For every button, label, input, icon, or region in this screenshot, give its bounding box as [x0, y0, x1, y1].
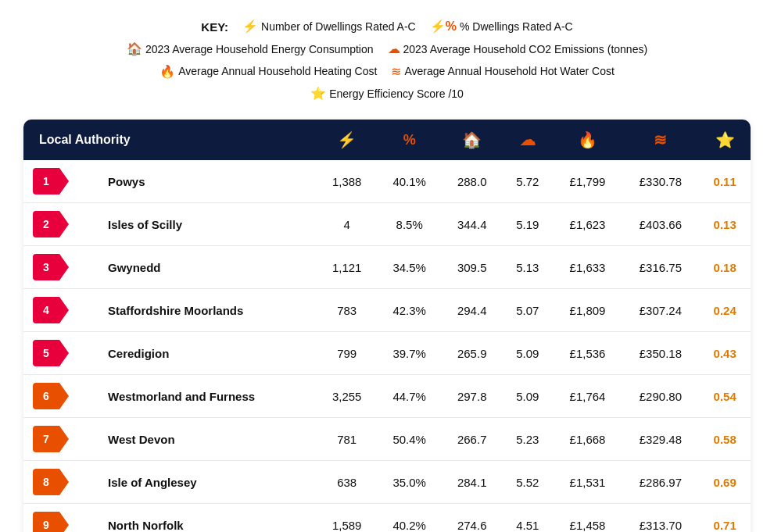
rank-arrow	[59, 469, 69, 495]
header-authority: Local Authority	[23, 120, 317, 160]
co2-value: 5.09	[502, 375, 554, 418]
score-value: 0.43	[699, 332, 751, 375]
water-icon: ≋	[391, 61, 401, 84]
rank-badge: 6	[33, 383, 59, 409]
header-flame-icon: 🔥	[578, 131, 597, 148]
co2-value: 5.23	[502, 418, 554, 461]
rank-arrow	[59, 254, 69, 280]
energy-value: 274.6	[442, 504, 502, 532]
key-text-star: Energy Efficiency Score /10	[329, 84, 464, 104]
score-value: 0.24	[699, 289, 751, 332]
energy-value: 297.8	[442, 375, 502, 418]
hotwater-value: £286.97	[622, 461, 699, 504]
rank-arrow	[59, 211, 69, 237]
key-text-cloud: 2023 Average Household CO2 Emissions (to…	[403, 40, 648, 59]
header-percent: %	[377, 120, 442, 160]
co2-value: 5.09	[502, 332, 554, 375]
co2-value: 5.72	[502, 160, 554, 203]
percent-value: 8.5%	[377, 203, 442, 246]
score-value: 0.58	[699, 418, 751, 461]
rank-cell: 2	[23, 203, 100, 246]
table-body: 1Powys1,38840.1%288.05.72£1,799£330.780.…	[23, 160, 751, 532]
key-section: KEY: ⚡ Number of Dwellings Rated A-C ⚡% …	[23, 16, 751, 105]
rank-badge: 7	[33, 426, 59, 452]
hotwater-value: £330.78	[622, 160, 699, 203]
header-lightning: ⚡	[317, 120, 377, 160]
energy-value: 288.0	[442, 160, 502, 203]
house-icon: 🏠	[127, 38, 142, 61]
percent-value: 40.1%	[377, 160, 442, 203]
authority-name: Westmorland and Furness	[100, 375, 317, 418]
table-row: 2Isles of Scilly48.5%344.45.19£1,623£403…	[23, 203, 751, 246]
key-item-star: ⭐ Energy Efficiency Score /10	[310, 83, 464, 105]
key-label: KEY:	[201, 16, 228, 37]
dwellings-value: 783	[317, 289, 377, 332]
percent-value: 44.7%	[377, 375, 442, 418]
score-value: 0.71	[699, 504, 751, 532]
heating-value: £1,536	[554, 332, 622, 375]
rank-badge: 1	[33, 168, 59, 195]
dwellings-value: 638	[317, 461, 377, 504]
heating-value: £1,623	[554, 203, 622, 246]
co2-value: 5.13	[502, 246, 554, 289]
rank-cell: 6	[23, 375, 100, 418]
table-row: 1Powys1,38840.1%288.05.72£1,799£330.780.…	[23, 160, 751, 203]
header-water-icon: ≋	[654, 131, 667, 148]
table-row: 9North Norfolk1,58940.2%274.64.51£1,458£…	[23, 504, 751, 532]
header-flame: 🔥	[554, 120, 622, 160]
key-text-flame: Average Annual Household Heating Cost	[178, 62, 377, 81]
header-cloud: ☁	[502, 120, 554, 160]
authority-name: Isles of Scilly	[100, 203, 317, 246]
hotwater-value: £403.66	[622, 203, 699, 246]
dwellings-value: 1,121	[317, 246, 377, 289]
table-header: Local Authority ⚡ % 🏠 ☁ 🔥 ≋	[23, 120, 751, 160]
rank-badge: 3	[33, 254, 59, 280]
rank-arrow	[59, 426, 69, 452]
rank-cell: 9	[23, 504, 100, 532]
authority-name: Gwynedd	[100, 246, 317, 289]
rank-arrow	[59, 512, 69, 532]
rank-arrow	[59, 340, 69, 366]
key-item-percent: ⚡% % Dwellings Rated A-C	[430, 16, 573, 38]
dwellings-value: 781	[317, 418, 377, 461]
hotwater-value: £329.48	[622, 418, 699, 461]
rank-badge: 8	[33, 469, 59, 495]
dwellings-value: 1,589	[317, 504, 377, 532]
rank-badge: 5	[33, 340, 59, 366]
star-icon: ⭐	[310, 83, 326, 105]
header-house: 🏠	[442, 120, 502, 160]
rank-cell: 3	[23, 246, 100, 289]
score-value: 0.13	[699, 203, 751, 246]
heating-value: £1,809	[554, 289, 622, 332]
hotwater-value: £290.80	[622, 375, 699, 418]
rank-arrow	[59, 297, 69, 323]
header-water: ≋	[622, 120, 699, 160]
score-value: 0.54	[699, 375, 751, 418]
key-item-house: 🏠 2023 Average Household Energy Consumpt…	[127, 38, 374, 61]
energy-value: 266.7	[442, 418, 502, 461]
authority-name: Isle of Anglesey	[100, 461, 317, 504]
rank-cell: 1	[23, 160, 100, 203]
authority-name: Ceredigion	[100, 332, 317, 375]
lightning-icon: ⚡	[242, 16, 258, 38]
dwellings-value: 799	[317, 332, 377, 375]
co2-value: 5.52	[502, 461, 554, 504]
co2-value: 5.07	[502, 289, 554, 332]
rank-cell: 5	[23, 332, 100, 375]
table-row: 4Staffordshire Moorlands78342.3%294.45.0…	[23, 289, 751, 332]
main-table-wrapper: Local Authority ⚡ % 🏠 ☁ 🔥 ≋	[23, 120, 751, 532]
header-percent-icon: %	[403, 132, 416, 148]
score-value: 0.18	[699, 246, 751, 289]
heating-value: £1,668	[554, 418, 622, 461]
table-row: 5Ceredigion79939.7%265.95.09£1,536£350.1…	[23, 332, 751, 375]
header-row: Local Authority ⚡ % 🏠 ☁ 🔥 ≋	[23, 120, 751, 160]
main-table: Local Authority ⚡ % 🏠 ☁ 🔥 ≋	[23, 120, 751, 532]
dwellings-value: 3,255	[317, 375, 377, 418]
co2-value: 4.51	[502, 504, 554, 532]
rank-cell: 7	[23, 418, 100, 461]
percent-value: 42.3%	[377, 289, 442, 332]
percent-value: 40.2%	[377, 504, 442, 532]
header-house-icon: 🏠	[462, 131, 482, 148]
table-row: 6Westmorland and Furness3,25544.7%297.85…	[23, 375, 751, 418]
key-text-percent: % Dwellings Rated A-C	[460, 17, 573, 37]
